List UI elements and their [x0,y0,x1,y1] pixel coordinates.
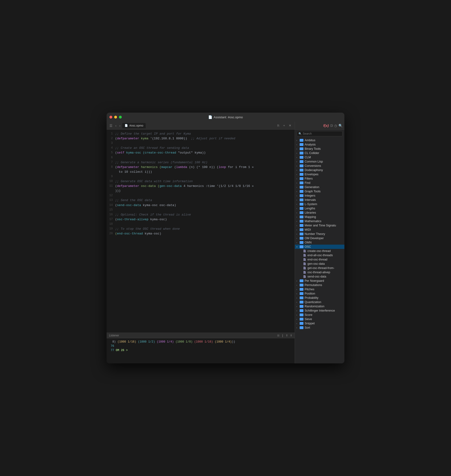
sidebar-item-snippet[interactable]: ›Snippet [295,321,345,325]
file-item-end-all-osc-threads[interactable]: end-all-osc-threads [295,253,345,257]
sidebar-item-pitches[interactable]: ›Pitches [295,287,345,292]
tree-item-label: Randomization [305,305,343,308]
sidebar-item-quantization[interactable]: ›Quantization [295,300,345,304]
sidebar-item-schillinger-interference[interactable]: ›Schillinger Interference [295,309,345,313]
sidebar-item-binary-tools[interactable]: ›Binary Tools [295,147,345,151]
tree-item-label: Probability [305,296,343,299]
sidebar-item-midi[interactable]: ›MIDI [295,228,345,232]
sidebar-item-common-lisp[interactable]: ›Common Lisp [295,159,345,164]
code-line: 6 [106,155,295,160]
sidebar-item-graph-tools[interactable]: ›Graph Tools [295,189,345,194]
folder-icon [300,177,303,180]
sidebar-item-dodecaphony[interactable]: ›Dodecaphony [295,168,345,172]
back-icon[interactable]: ‹ [114,123,118,128]
sidebar-item-number-theory[interactable]: ›Number Theory [295,232,345,236]
sidebar-item-permutations[interactable]: ›Permutations [295,283,345,287]
file-icon [303,271,306,274]
tree-item-label: Conversions [305,164,343,167]
copy-icon[interactable]: ⎘ [276,123,281,128]
code-token: ;; To stop the OSC thread when done [115,227,180,231]
maximize-button[interactable] [119,116,122,119]
clock-icon[interactable]: ◷ [334,124,337,128]
sidebar-item-lengths[interactable]: ›Lengths [295,206,345,211]
sidebar-item-score[interactable]: ›Score [295,313,345,317]
folder-icon [300,305,303,308]
line-content: (send-osc-data kyma-osc osc-data) [115,203,295,208]
file-item-gen-osc-data[interactable]: gen-osc-data [295,262,345,266]
sidebar-item-envelopes[interactable]: ›Envelopes [295,172,345,177]
d-icon[interactable]: 𝔻 [330,124,333,128]
sidebar-item-intervals[interactable]: ›Intervals [295,198,345,202]
sidebar-item-probability[interactable]: ›Probability [295,296,345,300]
sidebar-item-om-developer[interactable]: ›OM Developer [295,236,345,240]
tree-item-label: Binary Tools [305,147,343,151]
sidebar-item-mathematics[interactable]: ›Mathematics [295,219,345,223]
sidebar-item-integers[interactable]: ›Integers [295,194,345,198]
folder-icon [300,313,303,316]
chevron-icon: › [296,297,300,299]
code-token: ;; Adjust port if needed [187,137,235,140]
file-item-osc-thread-alivep[interactable]: osc-thread-alivep [295,270,345,275]
close-tab-icon[interactable]: ✕ [287,123,293,128]
sidebar-item-find[interactable]: ›Find [295,181,345,185]
sidebar-item-mapping[interactable]: ›Mapping [295,215,345,219]
editor-tab[interactable]: 📄 #osc.opmo [122,123,146,128]
listener-pause-icon[interactable]: ❙ [282,334,284,337]
left-panel: ☰ ‹ › 📄 #osc.opmo ⎘ + ✕ 1;; Define the t… [106,122,295,363]
listener-export-icon[interactable]: ⬆ [286,334,288,337]
file-item-get-osc-thread-from-[interactable]: get-osc-thread-from- [295,266,345,270]
sidebar-toggle-icon[interactable]: ☰ [108,123,113,128]
sidebar-item-filters[interactable]: ›Filters [295,177,345,181]
sidebar-item-position[interactable]: ›Position [295,292,345,296]
line-content: ;; Generate a harmonic series (fundament… [115,160,295,165]
fx-icon[interactable]: f(x) [323,123,329,128]
file-item-send-osc-data[interactable]: send-osc-data [295,275,345,279]
add-icon[interactable]: + [282,123,286,128]
tree-item-label: Dodecaphony [305,168,343,172]
close-button[interactable] [109,116,112,119]
code-token: lambda [176,165,187,169]
sidebar-item-osc[interactable]: ▾OSC [295,245,345,249]
line-content: ;; Optional: Check if the thread is aliv… [115,213,295,217]
code-token: defparameter [117,165,139,169]
sidebar-item-conversions[interactable]: ›Conversions [295,164,345,168]
sidebar-item-cl-collider[interactable]: ›CL Collider [295,151,345,155]
code-token: to 10 collect i))) [115,170,152,174]
sidebar-item-generation[interactable]: ›Generation [295,185,345,189]
search-input[interactable] [303,132,341,135]
listener-icons: ⊠ ❙ ⬆ ⬇ [277,334,292,337]
sidebar-item-l-system[interactable]: ›L-System [295,202,345,206]
folder-icon [300,228,303,231]
folder-icon [300,292,303,295]
line-number [106,189,115,193]
line-number: 14 [106,203,115,208]
forward-icon[interactable]: › [119,123,121,128]
sidebar-item-analysis[interactable]: ›Analysis [295,142,345,147]
line-number: 5 [106,151,115,155]
sidebar-item-per-noergaard[interactable]: ›Per Noergaard [295,279,345,283]
code-token: osc-data ( [139,184,159,188]
chevron-icon: › [296,322,300,325]
sidebar-item-sort[interactable]: ›Sort [295,325,345,330]
listener-title: Listener [109,334,119,337]
sidebar-item-libraries[interactable]: ›Libraries [295,211,345,215]
minimize-button[interactable] [114,116,117,119]
file-item-end-osc-thread[interactable]: end-osc-thread [295,257,345,262]
listener-clear-icon[interactable]: ⊠ [277,334,280,337]
line-number: 20 [106,231,115,236]
tree-item-label: L-System [305,202,343,206]
sidebar-item-ambitus[interactable]: ›Ambitus [295,138,345,142]
listener-settings-icon[interactable]: ⬇ [290,334,292,337]
folder-icon [300,182,303,184]
file-item-create-osc-thread[interactable]: create-osc-thread [295,249,345,253]
line-number: 13 [106,198,115,203]
sidebar-item-randomization[interactable]: ›Randomization [295,304,345,309]
sidebar-item-meter-and-time-signatu[interactable]: ›Meter and Time Signatu [295,223,345,228]
search-box[interactable]: 🔍 [297,131,343,136]
code-editor[interactable]: 1;; Define the target IP and port for Ky… [106,130,295,333]
sidebar-item-sieve[interactable]: ›Sieve [295,317,345,321]
search-toolbar-icon[interactable]: 🔍 [338,124,343,128]
folder-icon [300,220,303,223]
sidebar-item-clm[interactable]: ›CLM [295,155,345,159]
sidebar-item-omn[interactable]: ›OMN [295,240,345,245]
